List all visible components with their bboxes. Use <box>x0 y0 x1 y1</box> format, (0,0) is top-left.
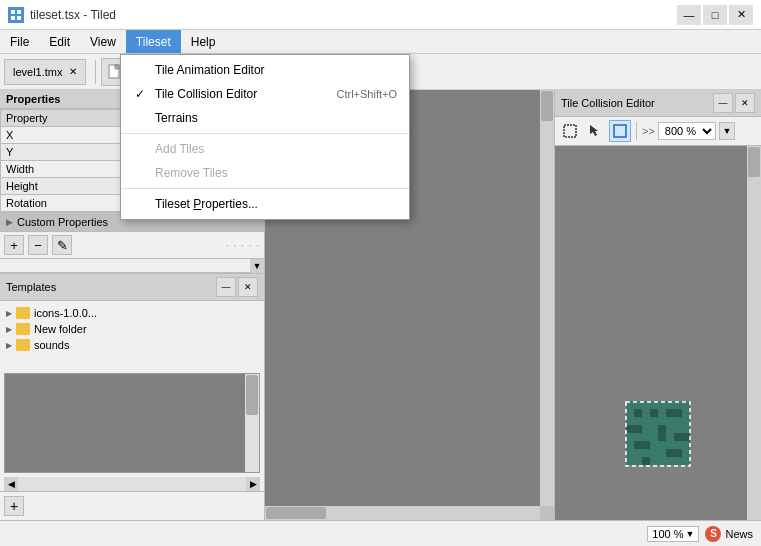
preview-scrollbar-thumb-v <box>246 375 258 415</box>
edit-property-button[interactable]: ✎ <box>52 235 72 255</box>
svg-rect-4 <box>17 16 21 20</box>
app-icon <box>8 7 24 23</box>
menu-file[interactable]: File <box>0 30 39 53</box>
svg-rect-2 <box>17 10 21 14</box>
scroll-left-btn[interactable]: ◀ <box>4 477 18 491</box>
panel-minimize-btn[interactable]: — <box>713 93 733 113</box>
center-hscroll-thumb <box>266 507 326 519</box>
menu-entry-terrains[interactable]: Terrains <box>121 106 409 130</box>
menu-bar: File Edit View Tileset Help <box>0 30 761 54</box>
tab-label: level1.tmx <box>13 66 63 78</box>
toolbar-separator <box>95 60 96 84</box>
menu-entry-tileset-properties[interactable]: Tileset Properties... <box>121 192 409 216</box>
tileset-dropdown-menu: Tile Animation Editor✓Tile Collision Edi… <box>120 54 410 220</box>
menu-label-add-tiles: Add Tiles <box>155 142 204 156</box>
add-template-button[interactable]: + <box>4 496 24 516</box>
menu-edit[interactable]: Edit <box>39 30 80 53</box>
zoom-prefix: >> <box>642 125 655 137</box>
drag-handle: · · · · · <box>226 240 260 251</box>
scroll-right-btn[interactable]: ▶ <box>246 477 260 491</box>
menu-check-tile-collision-editor: ✓ <box>133 87 147 101</box>
zoom-dropdown-btn[interactable]: ▼ <box>719 122 735 140</box>
folder-icon-icons <box>16 307 30 319</box>
menu-help[interactable]: Help <box>181 30 226 53</box>
menu-shortcut-tile-collision-editor: Ctrl+Shift+O <box>336 88 397 100</box>
center-scrollbar-v[interactable] <box>540 90 554 506</box>
folder-icon-sounds <box>16 339 30 351</box>
scrollbar-down-arrow[interactable]: ▼ <box>250 259 264 273</box>
menu-label-terrains: Terrains <box>155 111 198 125</box>
collision-zoom-select[interactable]: 800 % 400 % 200 % 100 % <box>658 122 716 140</box>
rect-select-tool[interactable] <box>559 120 581 142</box>
zoom-control[interactable]: 100 % ▼ <box>647 526 699 542</box>
box-collision-tool[interactable] <box>609 120 631 142</box>
center-scrollbar-corner <box>540 506 554 520</box>
title-bar-left: tileset.tsx - Tiled <box>8 7 116 23</box>
menu-label-tile-collision-editor: Tile Collision Editor <box>155 87 257 101</box>
svg-rect-29 <box>626 402 690 466</box>
menu-label-remove-tiles: Remove Tiles <box>155 166 228 180</box>
tree-arrow-newfolder: ▶ <box>6 325 12 334</box>
templates-minimize-btn[interactable]: — <box>216 277 236 297</box>
preview-scrollbar-h-area: ◀ ▶ <box>4 477 260 491</box>
menu-entry-tile-animation-editor[interactable]: Tile Animation Editor <box>121 58 409 82</box>
menu-entry-tile-collision-editor[interactable]: ✓Tile Collision EditorCtrl+Shift+O <box>121 82 409 106</box>
remove-property-button[interactable]: − <box>28 235 48 255</box>
collision-editor-toolbar: >> 800 % 400 % 200 % 100 % ▼ <box>555 117 761 146</box>
menu-label-tile-animation-editor: Tile Animation Editor <box>155 63 265 77</box>
center-vscroll-thumb <box>541 91 553 121</box>
tab-level1[interactable]: level1.tmx ✕ <box>4 59 86 85</box>
title-bar: tileset.tsx - Tiled — □ ✕ <box>0 0 761 30</box>
preview-area <box>4 373 260 473</box>
news-area[interactable]: S News <box>705 526 753 542</box>
templates-tree: ▶ icons-1.0.0... ▶ New folder ▶ sounds <box>0 301 264 369</box>
collision-editor-canvas <box>555 146 761 520</box>
menu-label-tileset-properties: Tileset Properties... <box>155 197 258 211</box>
menu-tileset[interactable]: Tileset <box>126 30 181 53</box>
tree-arrow-sounds: ▶ <box>6 341 12 350</box>
folder-icon-newfolder <box>16 323 30 335</box>
panel-scrollbar-v[interactable] <box>747 146 761 520</box>
panel-header-controls: — ✕ <box>713 93 755 113</box>
panel-close-btn[interactable]: ✕ <box>735 93 755 113</box>
zoom-dropdown-arrow: ▼ <box>686 529 695 539</box>
panel-toolbar-sep <box>636 122 637 140</box>
svg-rect-18 <box>614 125 626 137</box>
menu-entry-remove-tiles: Remove Tiles <box>121 161 409 185</box>
close-button[interactable]: ✕ <box>729 5 753 25</box>
menu-entry-add-tiles: Add Tiles <box>121 137 409 161</box>
preview-container: ◀ ▶ <box>0 369 264 491</box>
tab-close-btn[interactable]: ✕ <box>69 66 77 77</box>
preview-scrollbar-v[interactable] <box>245 374 259 472</box>
tile-border <box>622 398 694 470</box>
svg-rect-3 <box>11 16 15 20</box>
minimize-button[interactable]: — <box>677 5 701 25</box>
center-scrollbar-h[interactable] <box>265 506 540 520</box>
title-controls: — □ ✕ <box>677 5 753 25</box>
custom-properties-toolbar: + − ✎ · · · · · <box>0 232 264 259</box>
right-panel: Tile Collision Editor — ✕ <box>554 90 761 520</box>
props-scrollbar-area: ▼ <box>0 259 264 273</box>
news-badge: S <box>705 526 721 542</box>
tree-item-newfolder[interactable]: ▶ New folder <box>4 321 260 337</box>
templates-controls: — ✕ <box>216 277 258 297</box>
window-title: tileset.tsx - Tiled <box>30 8 116 22</box>
tree-item-sounds[interactable]: ▶ sounds <box>4 337 260 353</box>
status-bar: 100 % ▼ S News <box>0 520 761 546</box>
svg-rect-1 <box>11 10 15 14</box>
templates-close-btn[interactable]: ✕ <box>238 277 258 297</box>
svg-rect-16 <box>564 125 576 137</box>
svg-marker-17 <box>590 125 598 136</box>
select-tool[interactable] <box>584 120 606 142</box>
templates-section: Templates — ✕ ▶ icons-1.0.0... ▶ New fol… <box>0 273 264 491</box>
add-template-area: + <box>0 491 264 520</box>
tile-collision-editor-header: Tile Collision Editor — ✕ <box>555 90 761 117</box>
maximize-button[interactable]: □ <box>703 5 727 25</box>
status-right: 100 % ▼ S News <box>647 526 753 542</box>
menu-separator <box>121 188 409 189</box>
panel-vscroll-thumb <box>748 147 760 177</box>
add-property-button[interactable]: + <box>4 235 24 255</box>
tree-arrow-icons: ▶ <box>6 309 12 318</box>
menu-view[interactable]: View <box>80 30 126 53</box>
tree-item-icons[interactable]: ▶ icons-1.0.0... <box>4 305 260 321</box>
